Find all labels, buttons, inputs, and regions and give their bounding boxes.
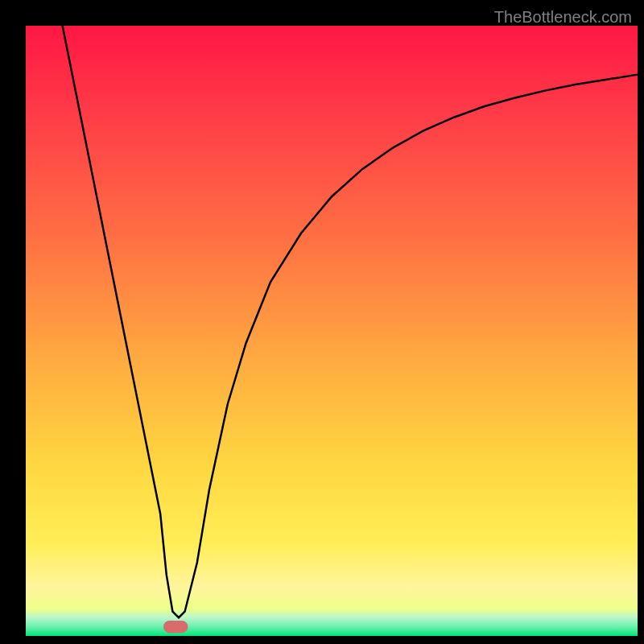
plot-background	[26, 26, 638, 636]
chart-container: TheBottleneck.com	[0, 0, 644, 644]
minimum-marker	[163, 621, 188, 633]
chart-svg	[0, 0, 644, 644]
watermark-text: TheBottleneck.com	[494, 8, 632, 27]
